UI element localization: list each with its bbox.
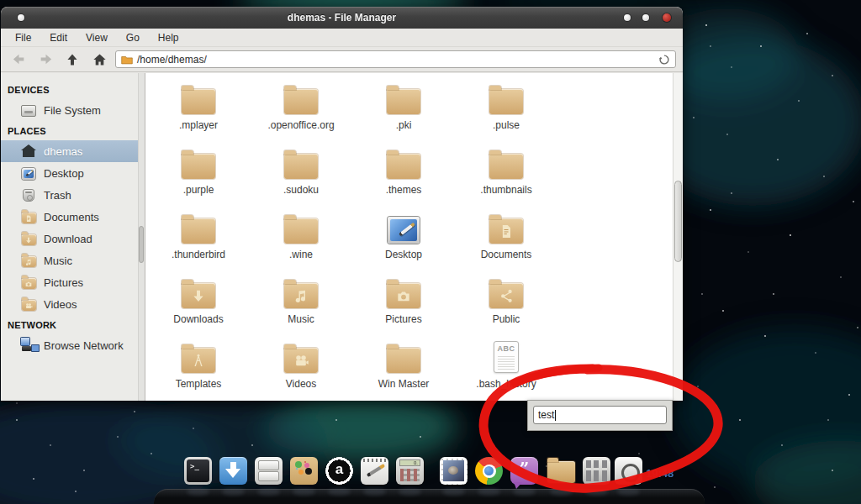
dock-chrome[interactable] bbox=[475, 457, 503, 485]
sidebar-item-videos[interactable]: Videos bbox=[1, 293, 145, 315]
forward-arrow-icon bbox=[39, 53, 53, 66]
forward-button[interactable] bbox=[34, 50, 56, 69]
download-arrow-icon bbox=[219, 457, 247, 485]
sidebar-item-download[interactable]: Download bbox=[1, 228, 145, 249]
text-caret bbox=[555, 410, 556, 421]
file-item[interactable]: .openoffice.org bbox=[250, 77, 352, 142]
file-item[interactable]: ABC.bash_history bbox=[455, 336, 557, 401]
folder-downloads-icon bbox=[182, 283, 215, 308]
menu-go[interactable]: Go bbox=[119, 30, 147, 45]
window-body: DEVICES File System PLACES dhemas Deskto… bbox=[1, 73, 683, 401]
network-icon bbox=[21, 338, 36, 352]
notepad-icon bbox=[361, 457, 388, 485]
path-text[interactable]: /home/dhemas/ bbox=[137, 54, 654, 66]
terminal-icon: >_ bbox=[184, 457, 212, 485]
dock-image-viewer[interactable] bbox=[440, 457, 467, 485]
folder-icon bbox=[284, 89, 318, 114]
file-item[interactable]: Pictures bbox=[352, 271, 455, 336]
file-item[interactable]: Downloads bbox=[147, 271, 250, 336]
file-item[interactable]: .purple bbox=[147, 142, 250, 207]
dock-file-cabinet[interactable] bbox=[255, 457, 283, 485]
sidebar-item-documents[interactable]: Documents bbox=[1, 206, 145, 228]
sidebar-item-desktop[interactable]: Desktop bbox=[1, 162, 145, 184]
file-item[interactable]: Music bbox=[250, 271, 352, 336]
file-item[interactable]: Public bbox=[455, 271, 557, 336]
folder-pictures-icon bbox=[387, 283, 420, 308]
folder-documents-icon bbox=[489, 218, 523, 244]
file-cabinet-icon bbox=[255, 457, 283, 485]
dock-camera-app[interactable] bbox=[615, 457, 642, 485]
typeahead-popup: test bbox=[527, 400, 673, 431]
dock-clock: 19:48 bbox=[646, 467, 673, 480]
toolbar: /home/dhemas/ bbox=[1, 47, 683, 72]
path-bar[interactable]: /home/dhemas/ bbox=[115, 50, 676, 68]
window-title: dhemas - File Manager bbox=[1, 12, 683, 24]
path-folder-icon bbox=[121, 55, 133, 65]
up-button[interactable] bbox=[61, 50, 83, 69]
dock-a-app[interactable]: a bbox=[325, 457, 353, 485]
folder-documents-icon bbox=[22, 213, 36, 223]
dock-paint-app[interactable] bbox=[290, 457, 318, 485]
folder-icon bbox=[387, 348, 420, 373]
folder-music-icon bbox=[22, 256, 36, 267]
sidebar-item-pictures[interactable]: Pictures bbox=[1, 271, 145, 293]
file-item[interactable]: .mplayer bbox=[147, 77, 250, 142]
file-item[interactable]: .thunderbird bbox=[147, 207, 250, 271]
maximize-button[interactable] bbox=[642, 14, 649, 21]
home-icon bbox=[23, 150, 34, 157]
sidebar-item-music[interactable]: Music bbox=[1, 249, 145, 271]
computer-icon bbox=[21, 105, 36, 117]
menu-view[interactable]: View bbox=[78, 30, 115, 45]
refresh-icon[interactable] bbox=[658, 54, 670, 66]
typeahead-input[interactable]: test bbox=[533, 406, 667, 424]
file-item[interactable]: Desktop bbox=[352, 207, 455, 271]
file-item[interactable]: Documents bbox=[455, 207, 557, 271]
close-button[interactable] bbox=[663, 13, 671, 22]
sidebar: DEVICES File System PLACES dhemas Deskto… bbox=[1, 73, 145, 401]
dock-notes-app[interactable] bbox=[361, 457, 388, 485]
folder-download-icon bbox=[22, 234, 36, 245]
vertical-scrollbar[interactable] bbox=[673, 73, 683, 401]
desktop-icon bbox=[388, 217, 420, 244]
scrollbar-thumb[interactable] bbox=[674, 181, 682, 262]
menu-edit[interactable]: Edit bbox=[42, 30, 75, 45]
dock: >_ a 0. ” bbox=[0, 457, 861, 491]
file-item[interactable]: .thumbnails bbox=[455, 142, 557, 207]
file-manager-window: dhemas - File Manager File Edit View Go … bbox=[1, 7, 683, 401]
dock-downloader[interactable] bbox=[219, 457, 247, 485]
dock-file-manager[interactable] bbox=[547, 457, 575, 485]
sidebar-scrollbar[interactable] bbox=[138, 73, 145, 401]
text-file-icon: ABC bbox=[494, 341, 519, 373]
menubar: File Edit View Go Help bbox=[1, 29, 683, 47]
home-icon bbox=[92, 53, 107, 66]
sidebar-item-file-system[interactable]: File System bbox=[1, 99, 145, 121]
menu-file[interactable]: File bbox=[8, 30, 39, 45]
dock-calculator[interactable]: 0. bbox=[396, 457, 424, 485]
sidebar-item-dhemas[interactable]: dhemas bbox=[1, 140, 145, 162]
desktop: dhemas - File Manager File Edit View Go … bbox=[0, 0, 861, 504]
sidebar-header-devices: DEVICES bbox=[1, 80, 145, 99]
sidebar-item-trash[interactable]: Trash bbox=[1, 184, 145, 206]
folder-icon bbox=[489, 89, 523, 114]
drawers-icon bbox=[583, 457, 610, 485]
sidebar-header-places: PLACES bbox=[1, 121, 145, 140]
paint-icon bbox=[290, 457, 318, 485]
back-button[interactable] bbox=[8, 50, 29, 69]
file-item[interactable]: .themes bbox=[352, 142, 455, 207]
minimize-button[interactable] bbox=[624, 14, 631, 21]
dock-terminal[interactable]: >_ bbox=[184, 457, 212, 485]
file-item[interactable]: .wine bbox=[250, 207, 352, 271]
menu-help[interactable]: Help bbox=[151, 30, 187, 45]
file-item[interactable]: .pulse bbox=[455, 77, 557, 142]
home-button[interactable] bbox=[88, 50, 110, 69]
dock-drawers-app[interactable] bbox=[583, 457, 610, 485]
file-item[interactable]: Templates bbox=[147, 336, 250, 401]
file-item[interactable]: Win Master bbox=[352, 336, 455, 401]
file-item[interactable]: .pki bbox=[352, 77, 455, 142]
folder-icon bbox=[387, 154, 420, 179]
file-item[interactable]: Videos bbox=[250, 336, 352, 401]
sidebar-scrollbar-thumb[interactable] bbox=[139, 226, 144, 263]
file-item[interactable]: .sudoku bbox=[250, 142, 352, 207]
sidebar-item-browse-network[interactable]: Browse Network bbox=[1, 334, 145, 356]
dock-messenger[interactable]: ” bbox=[510, 457, 538, 485]
